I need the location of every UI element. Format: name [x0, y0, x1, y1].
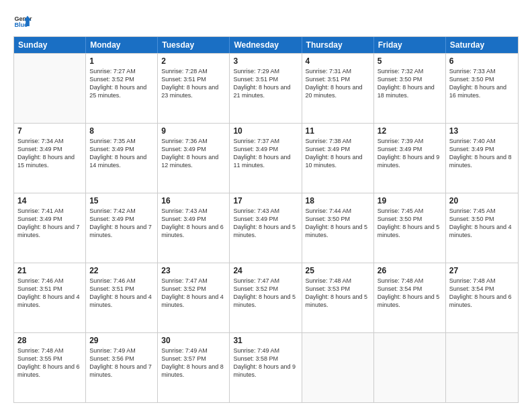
day-number: 6: [449, 56, 515, 66]
calendar-cell: [14, 54, 86, 123]
day-number: 23: [161, 266, 226, 275]
calendar-body: 1Sunrise: 7:27 AMSunset: 3:52 PMDaylight…: [14, 53, 518, 402]
day-number: 31: [233, 336, 298, 345]
calendar-cell: 9Sunrise: 7:36 AMSunset: 3:49 PMDaylight…: [158, 124, 230, 193]
day-number: 7: [17, 126, 82, 136]
svg-text:Blue: Blue: [14, 21, 28, 28]
calendar-cell: 30Sunrise: 7:49 AMSunset: 3:57 PMDayligh…: [158, 333, 230, 402]
day-number: 9: [161, 126, 226, 136]
page: General Blue SundayMondayTuesdayWednesda…: [0, 0, 532, 411]
header-day: Thursday: [302, 37, 374, 53]
day-number: 5: [378, 56, 442, 66]
calendar-cell: 12Sunrise: 7:39 AMSunset: 3:49 PMDayligh…: [374, 124, 446, 193]
day-number: 29: [89, 336, 154, 345]
calendar-cell: 11Sunrise: 7:38 AMSunset: 3:49 PMDayligh…: [302, 124, 374, 193]
day-number: 26: [378, 266, 442, 275]
calendar-cell: 8Sunrise: 7:35 AMSunset: 3:49 PMDaylight…: [86, 124, 158, 193]
calendar-cell: 31Sunrise: 7:49 AMSunset: 3:58 PMDayligh…: [230, 333, 302, 402]
day-number: 28: [17, 336, 82, 345]
calendar-cell: 19Sunrise: 7:45 AMSunset: 3:50 PMDayligh…: [374, 193, 446, 263]
calendar-cell: [302, 333, 374, 402]
cell-info: Sunrise: 7:36 AMSunset: 3:49 PMDaylight:…: [161, 138, 218, 169]
calendar-cell: 3Sunrise: 7:29 AMSunset: 3:51 PMDaylight…: [230, 54, 302, 123]
calendar-row: 14Sunrise: 7:41 AMSunset: 3:49 PMDayligh…: [14, 193, 518, 263]
calendar-cell: 25Sunrise: 7:48 AMSunset: 3:53 PMDayligh…: [302, 263, 374, 332]
cell-info: Sunrise: 7:35 AMSunset: 3:49 PMDaylight:…: [89, 138, 146, 169]
day-number: 30: [161, 336, 226, 345]
day-number: 19: [378, 196, 442, 205]
calendar-cell: 28Sunrise: 7:48 AMSunset: 3:55 PMDayligh…: [14, 333, 86, 402]
calendar-cell: 18Sunrise: 7:44 AMSunset: 3:50 PMDayligh…: [302, 193, 374, 263]
day-number: 21: [17, 266, 82, 275]
calendar-cell: [446, 333, 518, 402]
cell-info: Sunrise: 7:40 AMSunset: 3:49 PMDaylight:…: [449, 138, 512, 169]
day-number: 12: [378, 126, 442, 136]
calendar-cell: 10Sunrise: 7:37 AMSunset: 3:49 PMDayligh…: [230, 124, 302, 193]
day-number: 18: [306, 196, 370, 205]
calendar-cell: 15Sunrise: 7:42 AMSunset: 3:49 PMDayligh…: [86, 193, 158, 263]
cell-info: Sunrise: 7:31 AMSunset: 3:51 PMDaylight:…: [306, 68, 363, 99]
day-number: 2: [161, 56, 226, 66]
calendar-cell: 22Sunrise: 7:46 AMSunset: 3:51 PMDayligh…: [86, 263, 158, 332]
day-number: 3: [233, 56, 298, 66]
header-day: Wednesday: [230, 37, 302, 53]
header-day: Monday: [86, 37, 158, 53]
cell-info: Sunrise: 7:49 AMSunset: 3:56 PMDaylight:…: [89, 347, 152, 378]
cell-info: Sunrise: 7:48 AMSunset: 3:54 PMDaylight:…: [378, 277, 440, 308]
cell-info: Sunrise: 7:45 AMSunset: 3:50 PMDaylight:…: [378, 208, 440, 238]
day-number: 27: [449, 266, 515, 275]
day-number: 22: [89, 266, 154, 275]
cell-info: Sunrise: 7:39 AMSunset: 3:49 PMDaylight:…: [378, 138, 440, 169]
calendar-cell: [374, 333, 446, 402]
calendar-cell: 29Sunrise: 7:49 AMSunset: 3:56 PMDayligh…: [86, 333, 158, 402]
cell-info: Sunrise: 7:43 AMSunset: 3:49 PMDaylight:…: [233, 208, 296, 238]
calendar-row: 28Sunrise: 7:48 AMSunset: 3:55 PMDayligh…: [14, 332, 518, 402]
calendar-cell: 27Sunrise: 7:48 AMSunset: 3:54 PMDayligh…: [446, 263, 518, 332]
cell-info: Sunrise: 7:27 AMSunset: 3:52 PMDaylight:…: [89, 68, 146, 99]
calendar-cell: 26Sunrise: 7:48 AMSunset: 3:54 PMDayligh…: [374, 263, 446, 332]
calendar-cell: 13Sunrise: 7:40 AMSunset: 3:49 PMDayligh…: [446, 124, 518, 193]
cell-info: Sunrise: 7:48 AMSunset: 3:55 PMDaylight:…: [17, 347, 80, 378]
calendar-cell: 20Sunrise: 7:45 AMSunset: 3:50 PMDayligh…: [446, 193, 518, 263]
calendar-cell: 4Sunrise: 7:31 AMSunset: 3:51 PMDaylight…: [302, 54, 374, 123]
cell-info: Sunrise: 7:45 AMSunset: 3:50 PMDaylight:…: [449, 208, 512, 238]
cell-info: Sunrise: 7:34 AMSunset: 3:49 PMDaylight:…: [17, 138, 75, 169]
day-number: 1: [89, 56, 154, 66]
cell-info: Sunrise: 7:46 AMSunset: 3:51 PMDaylight:…: [17, 277, 80, 308]
cell-info: Sunrise: 7:47 AMSunset: 3:52 PMDaylight:…: [161, 277, 224, 308]
calendar-cell: 14Sunrise: 7:41 AMSunset: 3:49 PMDayligh…: [14, 193, 86, 263]
day-number: 10: [233, 126, 298, 136]
calendar-header: SundayMondayTuesdayWednesdayThursdayFrid…: [14, 37, 518, 53]
header-day: Saturday: [446, 37, 518, 53]
day-number: 25: [306, 266, 370, 275]
cell-info: Sunrise: 7:44 AMSunset: 3:50 PMDaylight:…: [306, 208, 368, 238]
day-number: 4: [306, 56, 370, 66]
header-day: Sunday: [14, 37, 86, 53]
header: General Blue: [13, 12, 519, 31]
logo: General Blue: [13, 12, 32, 31]
cell-info: Sunrise: 7:49 AMSunset: 3:58 PMDaylight:…: [233, 347, 296, 378]
day-number: 17: [233, 196, 298, 205]
calendar-cell: 7Sunrise: 7:34 AMSunset: 3:49 PMDaylight…: [14, 124, 86, 193]
calendar-cell: 1Sunrise: 7:27 AMSunset: 3:52 PMDaylight…: [86, 54, 158, 123]
cell-info: Sunrise: 7:37 AMSunset: 3:49 PMDaylight:…: [233, 138, 290, 169]
cell-info: Sunrise: 7:47 AMSunset: 3:52 PMDaylight:…: [233, 277, 296, 308]
cell-info: Sunrise: 7:49 AMSunset: 3:57 PMDaylight:…: [161, 347, 224, 378]
cell-info: Sunrise: 7:46 AMSunset: 3:51 PMDaylight:…: [89, 277, 152, 308]
calendar-cell: 17Sunrise: 7:43 AMSunset: 3:49 PMDayligh…: [230, 193, 302, 263]
cell-info: Sunrise: 7:42 AMSunset: 3:49 PMDaylight:…: [89, 208, 152, 238]
cell-info: Sunrise: 7:48 AMSunset: 3:53 PMDaylight:…: [306, 277, 368, 308]
day-number: 8: [89, 126, 154, 136]
calendar-cell: 21Sunrise: 7:46 AMSunset: 3:51 PMDayligh…: [14, 263, 86, 332]
cell-info: Sunrise: 7:29 AMSunset: 3:51 PMDaylight:…: [233, 68, 290, 99]
day-number: 13: [449, 126, 515, 136]
calendar-cell: 2Sunrise: 7:28 AMSunset: 3:51 PMDaylight…: [158, 54, 230, 123]
cell-info: Sunrise: 7:38 AMSunset: 3:49 PMDaylight:…: [306, 138, 363, 169]
calendar-cell: 23Sunrise: 7:47 AMSunset: 3:52 PMDayligh…: [158, 263, 230, 332]
day-number: 14: [17, 196, 82, 205]
calendar: SundayMondayTuesdayWednesdayThursdayFrid…: [13, 36, 519, 403]
calendar-row: 1Sunrise: 7:27 AMSunset: 3:52 PMDaylight…: [14, 53, 518, 123]
header-day: Tuesday: [158, 37, 230, 53]
calendar-row: 7Sunrise: 7:34 AMSunset: 3:49 PMDaylight…: [14, 123, 518, 193]
cell-info: Sunrise: 7:28 AMSunset: 3:51 PMDaylight:…: [161, 68, 218, 99]
